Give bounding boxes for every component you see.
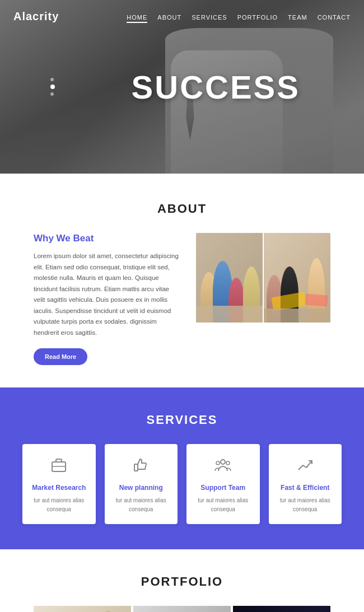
- about-content: Why We Beat Lorem ipsum dolor sit amet, …: [34, 233, 330, 365]
- nav-services[interactable]: SERVICES: [192, 12, 227, 22]
- about-text-block: Why We Beat Lorem ipsum dolor sit amet, …: [34, 233, 179, 365]
- team-icon: [195, 456, 251, 478]
- service-card-fast: Fast & Efficient tur aut maiores alias c…: [269, 444, 342, 524]
- service-title-support: Support Team: [195, 484, 251, 492]
- about-section: ABOUT Why We Beat Lorem ipsum dolor sit …: [0, 174, 364, 387]
- nav-portfolio[interactable]: PORTFOLIO: [237, 12, 278, 22]
- brand-logo: Alacrity: [13, 10, 59, 23]
- svg-point-4: [216, 461, 220, 465]
- service-card-market: Market Research tur aut maiores alias co…: [22, 444, 96, 524]
- service-title-planning: New planning: [114, 484, 169, 492]
- nav-contact[interactable]: CONTACT: [318, 12, 351, 22]
- hero-section: Alacrity HOME ABOUT SERVICES PORTFOLIO T…: [0, 0, 364, 174]
- read-more-button[interactable]: Read More: [34, 348, 87, 365]
- services-grid: Market Research tur aut maiores alias co…: [22, 444, 342, 524]
- about-image: [196, 233, 330, 323]
- services-section: SERVICES Market Research tur aut maiores…: [0, 387, 364, 549]
- nav-home[interactable]: HOME: [127, 12, 147, 22]
- hero-dots: [50, 78, 55, 96]
- about-heading: Why We Beat: [34, 233, 179, 244]
- svg-point-3: [221, 460, 225, 464]
- thumbup-icon: [114, 456, 169, 478]
- portfolio-section: PORTFOLIO: [0, 549, 364, 612]
- service-card-support: Support Team tur aut maiores alias conse…: [186, 444, 260, 524]
- nav-team[interactable]: TEAM: [288, 12, 307, 22]
- portfolio-item-clock[interactable]: 12: [233, 606, 330, 612]
- service-title-fast: Fast & Efficient: [278, 484, 333, 492]
- navbar: Alacrity HOME ABOUT SERVICES PORTFOLIO T…: [0, 0, 364, 33]
- hero-dot-3[interactable]: [50, 92, 54, 96]
- hero-background: Alacrity HOME ABOUT SERVICES PORTFOLIO T…: [0, 0, 364, 174]
- service-title-market: Market Research: [31, 484, 87, 492]
- service-desc-fast: tur aut maiores alias consequa: [278, 496, 333, 514]
- about-body: Lorem ipsum dolor sit amet, consectetur …: [34, 251, 179, 338]
- service-desc-planning: tur aut maiores alias consequa: [114, 496, 169, 514]
- portfolio-section-title: PORTFOLIO: [34, 574, 330, 589]
- portfolio-grid: 12: [34, 606, 330, 612]
- portfolio-item-phone[interactable]: [133, 606, 231, 612]
- service-card-planning: New planning tur aut maiores alias conse…: [105, 444, 178, 524]
- hero-content: SUCCESS: [132, 68, 300, 106]
- nav-links: HOME ABOUT SERVICES PORTFOLIO TEAM CONTA…: [127, 12, 351, 22]
- svg-point-5: [226, 461, 230, 465]
- briefcase-icon: [31, 456, 87, 478]
- service-desc-support: tur aut maiores alias consequa: [195, 496, 251, 514]
- service-desc-market: tur aut maiores alias consequa: [31, 496, 87, 514]
- svg-rect-2: [134, 464, 138, 471]
- portfolio-item-tags[interactable]: [34, 606, 131, 612]
- nav-about[interactable]: ABOUT: [157, 12, 181, 22]
- about-section-title: ABOUT: [34, 202, 330, 216]
- chart-icon: [278, 456, 333, 478]
- hero-title: SUCCESS: [132, 68, 300, 106]
- hero-dot-1[interactable]: [50, 78, 54, 81]
- hero-dot-2[interactable]: [50, 85, 55, 89]
- services-section-title: SERVICES: [22, 413, 342, 427]
